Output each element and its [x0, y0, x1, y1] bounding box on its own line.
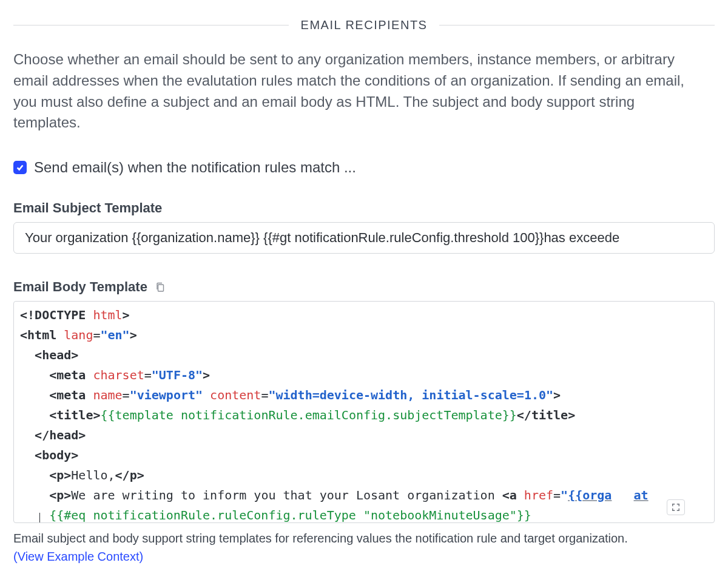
fullscreen-button[interactable] [667, 499, 685, 515]
fullscreen-icon [672, 503, 680, 512]
help-text-copy: Email subject and body support string te… [13, 532, 628, 545]
email-body-label-text: Email Body Template [13, 279, 147, 295]
send-email-checkbox-label: Send email(s) when the notification rule… [34, 159, 356, 176]
email-body-editor[interactable]: <!DOCTYPE html> <html lang="en"> <head> … [13, 301, 715, 523]
section-divider: EMAIL RECIPIENTS [13, 18, 715, 32]
copy-icon[interactable] [155, 282, 166, 292]
divider-line-left [13, 25, 289, 25]
svg-rect-0 [158, 285, 163, 291]
section-intro: Choose whether an email should be sent t… [13, 49, 705, 133]
email-subject-label: Email Subject Template [13, 200, 715, 216]
email-subject-input[interactable] [13, 222, 715, 254]
email-body-label: Email Body Template [13, 279, 715, 295]
send-email-checkbox[interactable] [13, 161, 27, 174]
send-email-checkbox-row[interactable]: Send email(s) when the notification rule… [13, 159, 715, 176]
editor-cursor [39, 513, 40, 522]
section-title: EMAIL RECIPIENTS [301, 18, 428, 32]
divider-line-right [439, 25, 715, 25]
help-text: Email subject and body support string te… [13, 529, 715, 566]
view-example-context-link[interactable]: (View Example Context) [13, 550, 143, 563]
check-icon [16, 163, 24, 172]
editor-scrollbar[interactable] [691, 302, 714, 522]
email-body-code[interactable]: <!DOCTYPE html> <html lang="en"> <head> … [14, 302, 714, 522]
